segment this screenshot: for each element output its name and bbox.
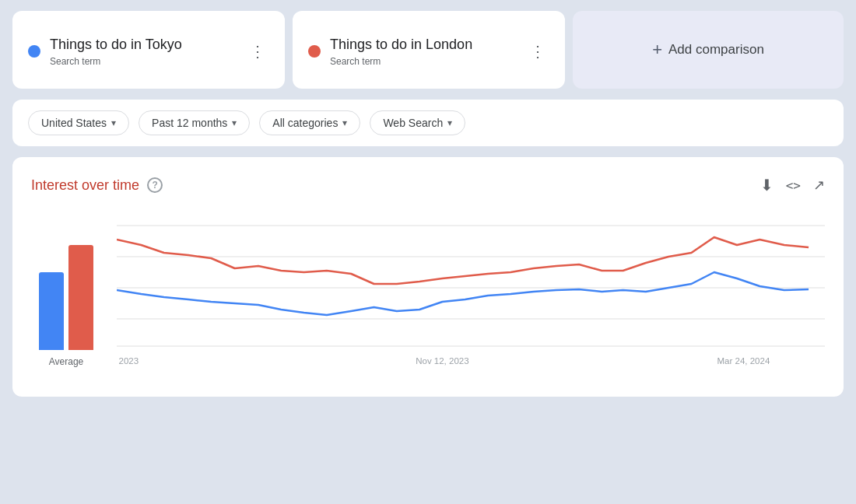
add-comparison-button[interactable]: + Add comparison (573, 11, 844, 89)
more-options-icon-london[interactable]: ⋮ (527, 40, 549, 62)
chart-header: Interest over time ? ⬇ <> ↗ (31, 176, 825, 194)
card-sub-tokyo: Search term (50, 56, 237, 67)
filter-category-label: All categories (272, 117, 338, 129)
average-label: Average (49, 356, 83, 367)
average-bar-area: Average (31, 210, 101, 381)
card-sub-london: Search term (330, 56, 517, 67)
chart-container: Average 100 75 50 25 (31, 210, 825, 381)
download-icon[interactable]: ⬇ (760, 176, 774, 194)
card-title-london: Things to do in London (330, 36, 517, 54)
embed-code-icon[interactable]: <> (786, 178, 801, 193)
filter-search-type-label: Web Search (383, 117, 443, 129)
help-icon[interactable]: ? (147, 177, 163, 193)
dot-blue-icon (28, 45, 40, 58)
share-icon[interactable]: ↗ (813, 177, 825, 194)
svg-text:Jul 2, 2023: Jul 2, 2023 (117, 356, 139, 366)
chevron-down-icon: ▾ (111, 117, 116, 128)
chart-actions: ⬇ <> ↗ (760, 176, 825, 194)
search-card-london: Things to do in London Search term ⋮ (293, 11, 565, 89)
filter-category[interactable]: All categories ▾ (259, 110, 360, 135)
average-bar-red (68, 245, 93, 350)
filter-location[interactable]: United States ▾ (28, 110, 129, 135)
dot-red-icon (308, 45, 321, 58)
svg-text:Mar 24, 2024: Mar 24, 2024 (717, 356, 770, 366)
add-comparison-label: Add comparison (668, 42, 764, 58)
chevron-down-icon: ▾ (232, 117, 237, 128)
line-chart-area: 100 75 50 25 Jul 2, 2023 Nov 12, 2023 Ma… (117, 210, 825, 381)
search-card-tokyo: Things to do in Tokyo Search term ⋮ (12, 11, 285, 89)
tokyo-line (117, 272, 809, 315)
filter-location-label: United States (41, 117, 107, 129)
chart-title-row: Interest over time ? (31, 177, 163, 194)
filter-period-label: Past 12 months (152, 117, 227, 129)
average-bars (39, 210, 93, 350)
top-row: Things to do in Tokyo Search term ⋮ Thin… (12, 11, 844, 89)
chevron-down-icon: ▾ (447, 117, 452, 128)
filter-search-type[interactable]: Web Search ▾ (370, 110, 465, 135)
chart-card: Interest over time ? ⬇ <> ↗ Average (12, 157, 844, 397)
card-text-tokyo: Things to do in Tokyo Search term (50, 36, 237, 66)
chart-title: Interest over time (31, 177, 139, 194)
more-options-icon[interactable]: ⋮ (247, 40, 269, 62)
average-bar-blue (39, 272, 64, 350)
line-chart-svg: 100 75 50 25 Jul 2, 2023 Nov 12, 2023 Ma… (117, 210, 825, 381)
card-title-tokyo: Things to do in Tokyo (50, 36, 237, 54)
plus-icon: + (652, 40, 662, 60)
filter-period[interactable]: Past 12 months ▾ (139, 110, 250, 135)
chevron-down-icon: ▾ (342, 117, 347, 128)
svg-text:Nov 12, 2023: Nov 12, 2023 (416, 356, 468, 366)
card-text-london: Things to do in London Search term (330, 36, 517, 66)
filter-bar: United States ▾ Past 12 months ▾ All cat… (12, 100, 844, 146)
